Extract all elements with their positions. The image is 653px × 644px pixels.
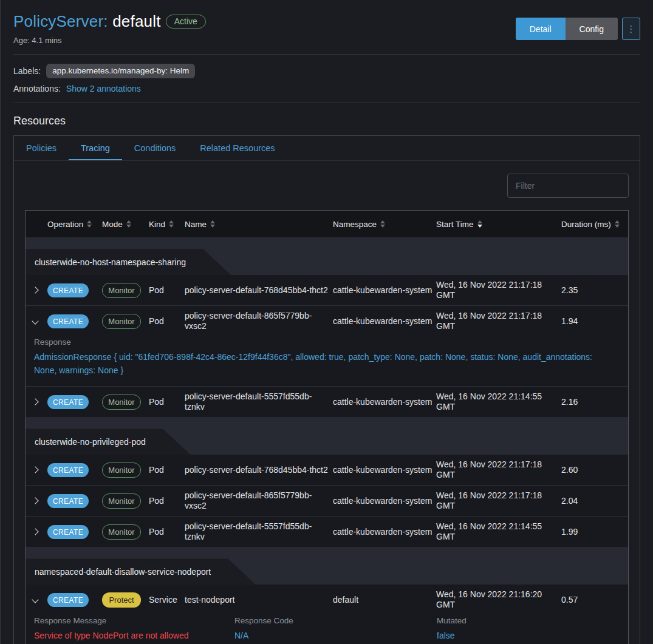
column-header-namespace[interactable]: Namespace <box>329 220 432 229</box>
mode-badge: Monitor <box>102 493 141 509</box>
operation-badge: CREATE <box>47 283 89 297</box>
tracing-tab-panel: Operation Mode Kind Name Namespace Start… <box>14 161 640 644</box>
start-time-cell: Wed, 16 Nov 2022 21:17:18 GMT <box>432 311 558 331</box>
column-header-name[interactable]: Name <box>181 220 329 229</box>
sort-icon <box>380 220 385 228</box>
sort-icon <box>615 220 620 228</box>
policy-group-header: namespaced-default-disallow-service-node… <box>26 547 628 585</box>
config-button[interactable]: Config <box>566 18 618 40</box>
row-detail: ResponseAdmissionResponse { uid: "61fed7… <box>26 336 628 386</box>
resources-section-title: Resources <box>13 115 640 127</box>
table-row[interactable]: CREATEMonitorPodpolicy-server-default-55… <box>26 386 628 417</box>
duration-cell: 2.04 <box>558 496 628 506</box>
response-value: AdmissionResponse { uid: "61fed706-898f-… <box>34 351 616 377</box>
start-time-cell: Wed, 16 Nov 2022 21:17:18 GMT <box>432 459 558 480</box>
table-row[interactable]: CREATEMonitorPodpolicy-server-default-76… <box>26 275 628 305</box>
kind-cell: Pod <box>145 316 181 327</box>
detail-field: Mutatedfalse <box>437 616 616 643</box>
table-row[interactable]: CREATEMonitorPodpolicy-server-default-76… <box>26 455 628 485</box>
tab-related-resources[interactable]: Related Resources <box>188 136 287 160</box>
detail-fields: Response MessageService of type NodePort… <box>34 616 616 643</box>
operation-cell: CREATE <box>44 395 98 409</box>
sort-icon <box>210 220 215 228</box>
operation-cell: CREATE <box>44 463 98 477</box>
status-badge: Active <box>166 15 206 29</box>
table-row[interactable]: CREATEMonitorPodpolicy-server-default-86… <box>26 305 628 336</box>
namespace-cell: cattle-kubewarden-system <box>329 527 432 537</box>
namespace-cell: cattle-kubewarden-system <box>329 397 432 407</box>
table-row[interactable]: CREATEMonitorPodpolicy-server-default-55… <box>26 516 628 547</box>
chevron-right-icon[interactable] <box>32 498 38 504</box>
resource-type-label: PolicyServer: <box>13 12 108 30</box>
sort-icon <box>87 220 92 228</box>
start-time-cell: Wed, 16 Nov 2022 21:17:18 GMT <box>432 490 558 511</box>
column-header-start-time[interactable]: Start Time <box>432 220 558 229</box>
chevron-down-icon[interactable] <box>32 597 38 603</box>
chevron-right-icon[interactable] <box>32 467 38 473</box>
column-header-kind[interactable]: Kind <box>145 220 181 229</box>
expand-cell <box>26 319 44 324</box>
namespace-cell: cattle-kubewarden-system <box>329 465 432 475</box>
operation-badge: CREATE <box>47 525 89 539</box>
detail-field-value: Service of type NodePort are not allowed <box>34 629 234 643</box>
tab-conditions[interactable]: Conditions <box>122 136 188 160</box>
namespace-cell: cattle-kubewarden-system <box>329 496 432 506</box>
name-cell: policy-server-default-865f5779bb-vxsc2 <box>181 311 329 331</box>
mode-cell: Monitor <box>98 524 145 540</box>
detail-field-value: false <box>437 629 616 643</box>
namespace-cell: cattle-kubewarden-system <box>329 316 432 327</box>
table-row[interactable]: CREATEProtectServicetest-nodeportdefault… <box>26 585 628 615</box>
column-header-duration[interactable]: Duration (ms) <box>558 220 628 229</box>
labels-row: Labels: app.kubernetes.io/managed-by: He… <box>13 64 640 78</box>
start-time-cell: Wed, 16 Nov 2022 21:16:20 GMT <box>432 589 558 610</box>
mode-cell: Monitor <box>98 395 145 410</box>
trace-table: Operation Mode Kind Name Namespace Start… <box>25 210 629 644</box>
start-time-cell: Wed, 16 Nov 2022 21:17:18 GMT <box>432 280 558 300</box>
operation-cell: CREATE <box>44 494 98 508</box>
policy-group-title: clusterwide-no-host-namespace-sharing <box>35 257 186 267</box>
resources-panel: Policies Tracing Conditions Related Reso… <box>13 135 640 644</box>
policy-group-tab: namespaced-default-disallow-service-node… <box>26 558 256 585</box>
expand-cell <box>26 399 44 404</box>
chevron-right-icon[interactable] <box>32 399 38 405</box>
column-header-mode[interactable]: Mode <box>98 220 145 229</box>
duration-cell: 1.99 <box>558 527 628 537</box>
show-annotations-link[interactable]: Show 2 annotations <box>66 84 141 93</box>
operation-badge: CREATE <box>47 314 89 328</box>
detail-field-label: Response Code <box>234 616 437 625</box>
page-title: PolicyServer: default <box>13 12 161 31</box>
column-header-operation[interactable]: Operation <box>44 220 98 229</box>
expand-cell <box>26 498 44 503</box>
divider <box>13 54 640 55</box>
chevron-right-icon[interactable] <box>32 529 38 535</box>
kind-cell: Pod <box>145 285 181 296</box>
duration-cell: 1.94 <box>558 316 628 327</box>
duration-cell: 0.57 <box>558 595 628 605</box>
sort-icon <box>169 220 174 228</box>
detail-button[interactable]: Detail <box>516 18 566 40</box>
age-label: Age: 4.1 mins <box>13 36 206 45</box>
name-cell: policy-server-default-768d45bb4-thct2 <box>181 465 329 475</box>
label-badge: app.kubernetes.io/managed-by: Helm <box>46 64 195 78</box>
operation-cell: CREATE <box>44 593 98 607</box>
kebab-menu-button[interactable]: ⋮ <box>622 18 640 40</box>
sort-icon <box>126 220 131 228</box>
chevron-right-icon[interactable] <box>32 286 38 293</box>
detail-field: Response CodeN/A <box>234 616 437 643</box>
operation-cell: CREATE <box>44 525 98 539</box>
table-row[interactable]: CREATEMonitorPodpolicy-server-default-86… <box>26 485 628 516</box>
tab-tracing[interactable]: Tracing <box>69 136 122 160</box>
chevron-down-icon[interactable] <box>32 317 38 324</box>
name-cell: policy-server-default-768d45bb4-thct2 <box>181 285 329 296</box>
tab-policies[interactable]: Policies <box>14 136 69 160</box>
tabbar: Policies Tracing Conditions Related Reso… <box>14 136 640 161</box>
operation-cell: CREATE <box>44 314 98 328</box>
detail-field-label: Response Message <box>34 616 234 625</box>
start-time-cell: Wed, 16 Nov 2022 21:14:55 GMT <box>432 391 558 412</box>
name-cell: policy-server-default-5557fd55db-tznkv <box>181 521 329 542</box>
expand-cell <box>26 529 44 534</box>
duration-cell: 2.60 <box>558 465 628 475</box>
mode-badge: Monitor <box>102 314 141 329</box>
filter-input[interactable] <box>507 174 629 198</box>
detail-field-value: N/A <box>234 629 437 643</box>
